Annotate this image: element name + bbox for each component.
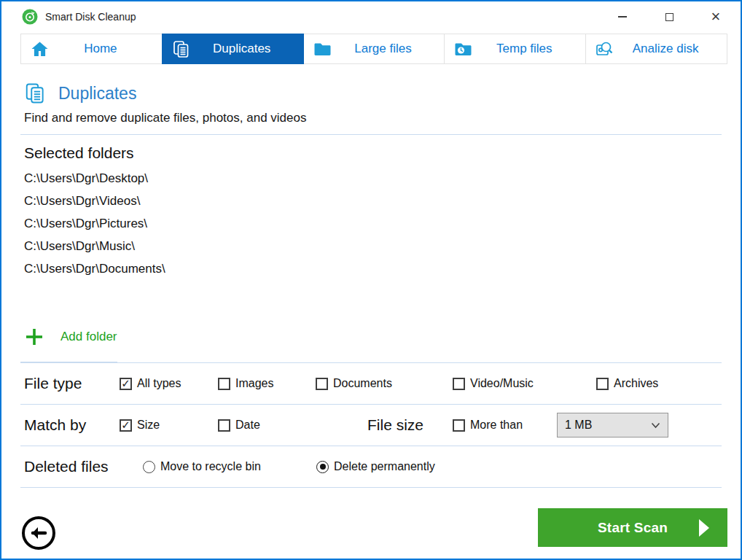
radio-icon — [143, 461, 155, 473]
checkbox-icon — [218, 419, 230, 432]
add-folder-label: Add folder — [60, 330, 117, 344]
folder-path: C:\Users\Dgr\Pictures\ — [24, 212, 722, 235]
tab-label: Duplicates — [191, 42, 303, 56]
duplicates-icon — [171, 39, 191, 59]
start-scan-button[interactable]: Start Scan — [538, 508, 727, 547]
file-type-label: File type — [24, 375, 120, 392]
plus-icon — [24, 327, 44, 347]
folder-icon — [313, 39, 332, 59]
deleted-files-row: Deleted files Move to recycle bin Delete… — [20, 446, 722, 488]
dropdown-value: 1 MB — [565, 419, 592, 432]
selected-folders-heading: Selected folders — [20, 144, 722, 162]
file-type-row: File type All types Images Documents Vid… — [20, 363, 722, 405]
checkbox-images[interactable]: Images — [218, 377, 316, 390]
play-arrow-icon — [698, 518, 710, 540]
tab-analize-disk[interactable]: Analize disk — [585, 34, 727, 64]
add-folder-button[interactable]: Add folder — [20, 327, 117, 362]
checkbox-video-music[interactable]: Video/Music — [453, 377, 596, 390]
start-scan-label: Start Scan — [598, 520, 668, 536]
checkbox-date[interactable]: Date — [218, 419, 367, 432]
home-icon — [30, 39, 50, 59]
window-title: Smart Disk Cleanup — [45, 11, 136, 23]
tab-label: Temp files — [473, 42, 585, 56]
checkbox-icon — [316, 378, 328, 390]
close-icon: × — [711, 12, 721, 22]
chevron-down-icon — [651, 422, 660, 429]
checkbox-archives[interactable]: Archives — [596, 377, 658, 390]
radio-delete-permanently[interactable]: Delete permanently — [316, 460, 435, 473]
checkbox-icon — [120, 419, 132, 432]
page-subtitle: Find and remove duplicate files, photos,… — [20, 111, 722, 125]
folder-path: C:\Users\Dgr\Desktop\ — [24, 167, 722, 190]
checkbox-icon — [453, 378, 465, 390]
tab-label: Large files — [332, 42, 445, 56]
tab-temp-files[interactable]: Temp files — [444, 34, 586, 64]
minimize-button[interactable] — [617, 11, 628, 23]
tab-label: Analize disk — [614, 42, 727, 56]
folder-clock-icon — [453, 39, 473, 59]
maximize-icon — [665, 13, 673, 21]
close-button[interactable]: × — [710, 11, 722, 23]
folder-path: C:\Users\Dgr\Music\ — [24, 235, 722, 257]
match-by-label: Match by — [24, 416, 120, 434]
tab-large-files[interactable]: Large files — [303, 34, 445, 64]
duplicates-icon — [23, 82, 47, 105]
folder-path: C:\Users\Dgr\Videos\ — [24, 190, 722, 212]
folder-path: C:\Users\Dgr\Documents\ — [24, 257, 722, 280]
page-title: Duplicates — [58, 84, 136, 104]
title-bar: Smart Disk Cleanup × — [1, 1, 741, 32]
tab-bar: Home Duplicates Large files — [20, 34, 727, 64]
maximize-button[interactable] — [663, 11, 675, 23]
app-window: Smart Disk Cleanup × Home — [0, 0, 742, 560]
back-arrow-icon — [20, 515, 57, 551]
tab-home[interactable]: Home — [20, 34, 163, 64]
file-size-dropdown[interactable]: 1 MB — [557, 413, 668, 438]
window-controls: × — [617, 1, 741, 32]
radio-icon — [316, 461, 329, 473]
back-button[interactable] — [20, 515, 57, 551]
checkbox-all-types[interactable]: All types — [120, 377, 218, 390]
checkbox-documents[interactable]: Documents — [316, 377, 453, 390]
checkbox-icon — [120, 378, 132, 390]
file-size-label: File size — [367, 416, 453, 434]
checkbox-more-than[interactable]: More than — [453, 419, 557, 432]
main-content: Duplicates Find and remove duplicate fil… — [20, 82, 722, 488]
divider — [20, 134, 722, 135]
match-by-row: Match by Size Date File size More than 1… — [20, 405, 722, 446]
minimize-icon — [618, 16, 627, 18]
disk-search-icon — [595, 39, 614, 59]
add-folder-row: Add folder — [20, 327, 722, 363]
checkbox-size[interactable]: Size — [120, 419, 218, 432]
app-logo-icon — [22, 9, 38, 25]
checkbox-icon — [218, 378, 230, 390]
tab-label: Home — [50, 42, 162, 56]
checkbox-icon — [596, 378, 609, 390]
page-header: Duplicates — [20, 82, 722, 105]
deleted-files-label: Deleted files — [24, 458, 143, 475]
checkbox-icon — [453, 419, 465, 432]
radio-move-to-recycle-bin[interactable]: Move to recycle bin — [143, 460, 316, 473]
selected-folders-list: C:\Users\Dgr\Desktop\ C:\Users\Dgr\Video… — [20, 167, 722, 280]
tab-duplicates[interactable]: Duplicates — [162, 34, 304, 64]
